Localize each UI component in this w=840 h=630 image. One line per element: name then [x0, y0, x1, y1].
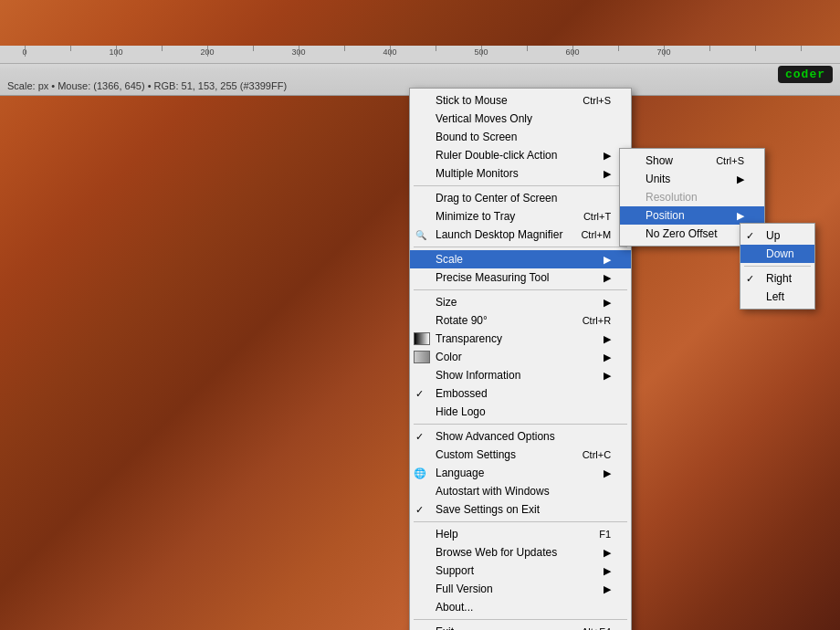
menu-item-language[interactable]: 🌐 Language ▶	[410, 464, 631, 482]
arrow-icon: ▶	[594, 333, 611, 345]
menu-item-launch-desktop-magnifier[interactable]: 🔍 Launch Desktop Magnifier Ctrl+M	[410, 226, 631, 244]
menu-item-autostart-with-windows[interactable]: Autostart with Windows	[410, 482, 631, 500]
menu-label: Exit	[436, 625, 454, 630]
menu-item-exit[interactable]: Exit Alt+F4	[410, 623, 631, 630]
menu-label: Help	[436, 528, 458, 541]
menu-label: Right	[766, 272, 792, 285]
menu-item-multiple-monitors[interactable]: Multiple Monitors ▶	[410, 164, 631, 183]
menu-label: Position	[646, 209, 685, 222]
language-icon: 🌐	[414, 467, 426, 479]
menu-label: Down	[766, 247, 794, 260]
menu-label: Minimize to Tray	[436, 210, 515, 223]
menu-label: Browse Web for Updates	[436, 546, 557, 559]
menu-label: Size	[436, 296, 457, 309]
check-icon: ✓	[415, 504, 424, 516]
menu-label: Show Information	[436, 369, 520, 382]
menu-label: Drag to Center of Screen	[436, 192, 557, 205]
menu-item-embossed[interactable]: ✓ Embossed	[410, 384, 631, 403]
menu-item-show-information[interactable]: Show Information ▶	[410, 366, 631, 384]
menu-item-stick-to-mouse[interactable]: Stick to Mouse Ctrl+S	[410, 91, 631, 110]
menu-item-support[interactable]: Support ▶	[410, 562, 631, 580]
menu-item-minimize-to-tray[interactable]: Minimize to Tray Ctrl+T	[410, 207, 631, 226]
menu-item-ruler-double-click[interactable]: Ruler Double-click Action ▶	[410, 146, 631, 164]
position-item-up[interactable]: ✓ Up	[740, 226, 814, 245]
submenu-item-units[interactable]: Units ▶	[620, 170, 764, 188]
check-icon: ✓	[415, 388, 424, 400]
menu-shortcut: F1	[581, 529, 611, 540]
menu-item-size[interactable]: Size ▶	[410, 293, 631, 311]
menu-label: Color	[436, 351, 462, 363]
menu-item-about[interactable]: About...	[410, 598, 631, 616]
menu-item-browse-web-for-updates[interactable]: Browse Web for Updates ▶	[410, 543, 631, 562]
menu-item-save-settings-on-exit[interactable]: ✓ Save Settings on Exit	[410, 500, 631, 519]
ruler-tick-area: 0 100 200 300 400 500 600 700	[0, 46, 840, 64]
color-icon	[414, 351, 430, 363]
arrow-icon: ▶	[594, 467, 611, 479]
menu-label: Precise Measuring Tool	[436, 271, 550, 284]
menu-item-show-advanced-options[interactable]: ✓ Show Advanced Options	[410, 427, 631, 446]
menu-shortcut: Ctrl+S	[564, 95, 611, 106]
menu-item-rotate-90[interactable]: Rotate 90° Ctrl+R	[410, 311, 631, 330]
separator	[414, 289, 627, 290]
arrow-icon: ▶	[594, 254, 611, 266]
menu-item-transparency[interactable]: Transparency ▶	[410, 330, 631, 348]
menu-label: Vertical Moves Only	[436, 112, 532, 125]
arrow-icon: ▶	[594, 547, 611, 559]
menu-item-color[interactable]: Color ▶	[410, 348, 631, 366]
submenu-item-resolution[interactable]: Resolution	[620, 188, 764, 206]
menu-label: Rotate 90°	[436, 314, 488, 327]
arrow-icon: ▶	[594, 297, 611, 309]
menu-item-custom-settings[interactable]: Custom Settings Ctrl+C	[410, 446, 631, 464]
position-item-left[interactable]: Left	[740, 288, 814, 306]
menu-label: Autostart with Windows	[436, 485, 550, 498]
menu-label: No Zero Offset	[646, 227, 717, 240]
menu-label: Full Version	[436, 583, 493, 595]
arrow-icon: ▶	[594, 352, 611, 363]
submenu-item-show[interactable]: Show Ctrl+S	[620, 152, 764, 170]
position-item-down[interactable]: Down	[740, 245, 814, 263]
menu-label: Units	[646, 173, 670, 185]
menu-item-help[interactable]: Help F1	[410, 525, 631, 543]
menu-label: Up	[766, 229, 780, 242]
menu-label: About...	[436, 601, 473, 614]
arrow-icon: ▶	[728, 173, 744, 185]
submenu-item-position[interactable]: Position ▶	[620, 206, 764, 225]
menu-label: Bound to Screen	[436, 131, 517, 143]
check-icon: ✓	[746, 273, 754, 285]
menu-shortcut: Ctrl+S	[698, 155, 744, 166]
menu-label: Custom Settings	[436, 448, 516, 461]
menu-item-precise-measuring-tool[interactable]: Precise Measuring Tool ▶	[410, 268, 631, 287]
arrow-icon: ▶	[594, 370, 611, 382]
menu-item-bound-to-screen[interactable]: Bound to Screen	[410, 128, 631, 146]
menu-label: Support	[436, 564, 474, 577]
menu-item-hide-logo[interactable]: Hide Logo	[410, 403, 631, 421]
ruler-brand: coder	[778, 66, 833, 83]
separator	[414, 185, 627, 186]
position-item-right[interactable]: ✓ Right	[740, 269, 814, 288]
separator	[414, 247, 627, 247]
menu-label: Multiple Monitors	[436, 167, 519, 180]
menu-label: Resolution	[646, 191, 698, 204]
menu-item-drag-to-center[interactable]: Drag to Center of Screen	[410, 189, 631, 207]
menu-label: Left	[766, 290, 784, 303]
menu-item-vertical-moves-only[interactable]: Vertical Moves Only	[410, 110, 631, 128]
arrow-icon: ▶	[594, 168, 611, 180]
arrow-icon: ▶	[594, 583, 611, 595]
separator	[414, 521, 627, 522]
menu-label: Language	[436, 467, 484, 479]
menu-item-scale[interactable]: Scale ▶	[410, 250, 631, 268]
arrow-icon: ▶	[728, 210, 744, 222]
transparency-icon	[414, 332, 430, 345]
arrow-icon: ▶	[594, 272, 611, 284]
separator	[744, 266, 811, 267]
position-submenu: ✓ Up Down ✓ Right Left	[740, 223, 815, 310]
menu-shortcut: Ctrl+R	[564, 315, 611, 326]
menu-label: Embossed	[436, 387, 488, 400]
menu-label: Ruler Double-click Action	[436, 149, 557, 162]
menu-item-full-version[interactable]: Full Version ▶	[410, 580, 631, 598]
menu-label: Launch Desktop Magnifier	[436, 228, 562, 241]
menu-label: Show	[646, 154, 673, 167]
menu-label: Save Settings on Exit	[436, 503, 540, 516]
menu-shortcut: Ctrl+C	[564, 449, 611, 460]
separator	[414, 424, 627, 425]
